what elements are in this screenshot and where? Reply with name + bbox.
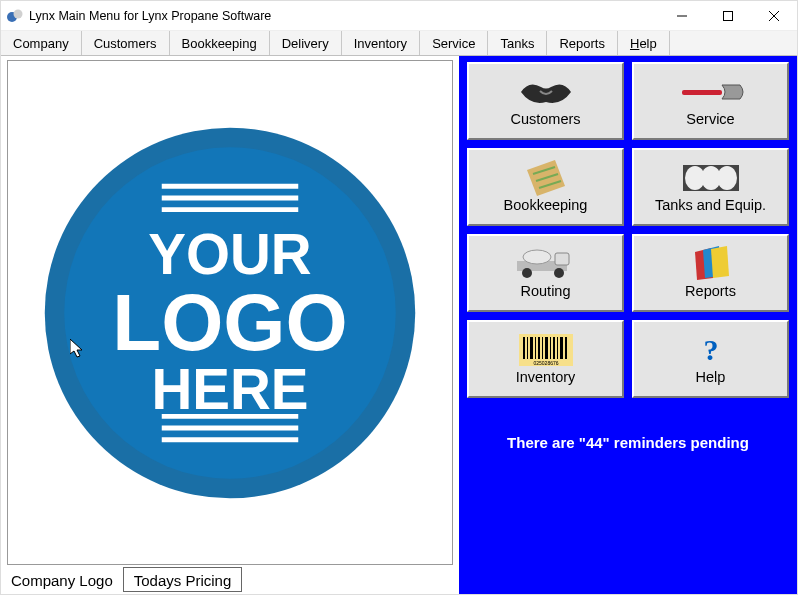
svg-rect-46 [560,337,563,359]
menu-inventory[interactable]: Inventory [342,31,420,55]
svg-text:YOUR: YOUR [148,223,311,286]
menu-tanks[interactable]: Tanks [488,31,547,55]
customers-tile[interactable]: Customers [467,62,624,140]
logo-frame: YOUR LOGO HERE [7,60,453,565]
menu-help-rest: elp [639,36,656,51]
window-title: Lynx Main Menu for Lynx Propane Software [29,9,659,23]
question-icon: ? [699,333,723,367]
reminders-prefix: There are " [507,434,586,451]
svg-point-31 [554,268,564,278]
tile-label: Inventory [516,369,576,385]
reminders-text: There are "44" reminders pending [467,434,789,451]
right-panel: Customers Service Bookkeeping Tanks and … [459,56,797,594]
svg-marker-17 [70,339,82,357]
mouse-cursor-icon [70,339,86,359]
svg-rect-40 [538,337,540,359]
tab-todays-pricing[interactable]: Todays Pricing [123,567,243,592]
tile-label: Reports [685,283,736,299]
menu-reports[interactable]: Reports [547,31,618,55]
reports-tile[interactable]: Reports [632,234,789,312]
svg-rect-42 [545,337,548,359]
maximize-button[interactable] [705,1,751,31]
svg-point-29 [523,250,551,264]
tab-company-logo[interactable]: Company Logo [7,568,124,592]
svg-rect-43 [550,337,551,359]
svg-point-26 [717,166,737,190]
menu-delivery[interactable]: Delivery [270,31,342,55]
left-panel: YOUR LOGO HERE Company Logo Todays Prici… [1,56,459,594]
tile-label: Routing [521,283,571,299]
handshake-icon [516,75,576,109]
menubar: Company Customers Bookkeeping Delivery I… [1,31,797,56]
svg-rect-28 [555,253,569,265]
reminders-count: 44 [586,434,603,451]
inventory-tile[interactable]: 025028676 Inventory [467,320,624,398]
svg-rect-39 [535,337,536,359]
menu-customers[interactable]: Customers [82,31,170,55]
svg-rect-38 [530,337,533,359]
close-button[interactable] [751,1,797,31]
menu-help-mnemonic: H [630,36,639,51]
svg-text:HERE: HERE [151,357,308,420]
svg-point-30 [522,268,532,278]
client-area: YOUR LOGO HERE Company Logo Todays Prici… [1,56,797,594]
app-icon [7,8,23,24]
svg-point-1 [14,9,23,18]
svg-text:?: ? [703,334,718,366]
reports-icon [691,247,731,281]
barcode-icon: 025028676 [519,333,573,367]
menu-service[interactable]: Service [420,31,488,55]
tile-label: Help [696,369,726,385]
tanks-icon [681,161,741,195]
svg-rect-41 [542,337,543,359]
button-grid: Customers Service Bookkeeping Tanks and … [467,62,789,398]
svg-rect-3 [724,11,733,20]
menu-company[interactable]: Company [1,31,82,55]
ledger-icon [525,161,567,195]
minimize-button[interactable] [659,1,705,31]
tabstrip: Company Logo Todays Pricing [7,567,453,592]
menu-help[interactable]: Help [618,31,670,55]
svg-rect-44 [553,337,555,359]
tile-label: Service [686,111,734,127]
wrench-icon [676,75,746,109]
window-buttons [659,1,797,31]
svg-rect-18 [682,90,722,95]
tile-label: Bookkeeping [504,197,588,213]
routing-tile[interactable]: Routing [467,234,624,312]
help-tile[interactable]: ? Help [632,320,789,398]
reminders-suffix: " reminders pending [603,434,749,451]
tile-label: Tanks and Equip. [655,197,766,213]
company-logo-placeholder: YOUR LOGO HERE [35,118,425,508]
svg-rect-45 [557,337,558,359]
svg-rect-47 [565,337,567,359]
titlebar: Lynx Main Menu for Lynx Propane Software [1,1,797,31]
service-tile[interactable]: Service [632,62,789,140]
svg-rect-37 [527,337,528,359]
tanks-tile[interactable]: Tanks and Equip. [632,148,789,226]
svg-rect-36 [523,337,525,359]
svg-text:LOGO: LOGO [112,278,347,367]
svg-text:025028676: 025028676 [533,360,558,366]
bookkeeping-tile[interactable]: Bookkeeping [467,148,624,226]
tile-label: Customers [510,111,580,127]
menu-bookkeeping[interactable]: Bookkeeping [170,31,270,55]
svg-marker-34 [711,246,729,278]
truck-icon [513,247,579,281]
